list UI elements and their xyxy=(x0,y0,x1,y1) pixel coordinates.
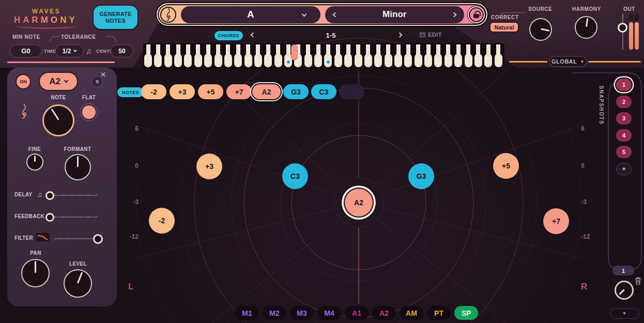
piano-key[interactable] xyxy=(385,44,392,68)
pan-knob[interactable] xyxy=(21,259,50,287)
snapshot-add-button[interactable]: + xyxy=(616,163,632,175)
snapshot-button-5[interactable]: 5 xyxy=(616,146,632,158)
piano-key[interactable] xyxy=(174,44,182,68)
piano-key[interactable] xyxy=(214,44,222,68)
harmony-node-A2[interactable]: A2 xyxy=(345,189,373,217)
delay-slider-track[interactable] xyxy=(48,195,97,196)
piano-key[interactable] xyxy=(444,44,452,68)
notes-badge[interactable]: NOTES xyxy=(117,87,144,97)
feedback-slider-track[interactable] xyxy=(48,217,97,218)
filter-slider-track[interactable] xyxy=(54,238,99,239)
level-knob[interactable] xyxy=(64,269,92,298)
piano-key[interactable] xyxy=(314,44,322,68)
flat-button[interactable] xyxy=(82,105,96,119)
piano-key[interactable] xyxy=(495,44,502,68)
piano-key[interactable] xyxy=(484,44,492,68)
key-dropdown[interactable]: A xyxy=(181,6,320,23)
piano-key[interactable] xyxy=(304,44,312,68)
scale-next-icon[interactable] xyxy=(452,12,457,17)
snapshot-button-2[interactable]: 2 xyxy=(616,96,632,108)
note-chip-A2[interactable]: A2 xyxy=(252,84,281,99)
harmony-node-+3[interactable]: +3 xyxy=(196,153,222,179)
note-chip-+7[interactable]: +7 xyxy=(226,84,252,99)
scale-prev-icon[interactable] xyxy=(332,12,338,17)
note-value-icon[interactable]: ♫ xyxy=(37,191,42,198)
highlighted-key[interactable] xyxy=(291,44,298,60)
piano-key[interactable] xyxy=(394,44,402,68)
voice-note-dropdown[interactable]: A2 xyxy=(39,72,78,91)
mode-button-SP[interactable]: SP xyxy=(454,306,478,320)
trash-icon[interactable] xyxy=(635,277,641,287)
correct-mode-button[interactable]: Natural xyxy=(489,22,519,33)
mode-button-A2[interactable]: A2 xyxy=(372,306,396,320)
piano-key[interactable] xyxy=(264,44,272,68)
source-knob[interactable] xyxy=(529,18,552,41)
note-knob[interactable] xyxy=(42,104,74,136)
piano-key[interactable] xyxy=(434,44,442,68)
piano-key[interactable] xyxy=(374,44,382,68)
harmony-node--2[interactable]: -2 xyxy=(149,208,175,234)
piano-key[interactable] xyxy=(355,44,362,68)
voice-close-icon[interactable]: ✕ xyxy=(100,71,106,79)
piano-key[interactable] xyxy=(404,44,412,68)
min-note-value[interactable]: G0 xyxy=(10,44,42,57)
snapshot-button-1[interactable]: 1 xyxy=(616,79,632,91)
harmony-node-+7[interactable]: +7 xyxy=(543,208,569,234)
delay-slider-handle[interactable] xyxy=(45,191,54,200)
mode-button-A1[interactable]: A1 xyxy=(345,306,369,320)
piano-key[interactable] xyxy=(364,44,372,68)
note-chip-+5[interactable]: +5 xyxy=(198,84,223,99)
piano-key[interactable] xyxy=(454,44,462,68)
piano-key[interactable] xyxy=(254,44,262,68)
piano-key[interactable] xyxy=(204,44,212,68)
mode-button-M1[interactable]: M1 xyxy=(235,306,259,320)
collapse-panel-button[interactable]: ▼ xyxy=(610,308,639,319)
piano-key[interactable] xyxy=(474,44,482,68)
filter-curve-icon[interactable] xyxy=(36,233,50,241)
piano-key[interactable] xyxy=(194,44,202,68)
piano-key[interactable] xyxy=(244,44,252,68)
harmony-node-+5[interactable]: +5 xyxy=(493,153,519,179)
note-chip-G3[interactable]: G3 xyxy=(283,84,309,99)
fine-knob[interactable] xyxy=(26,153,43,171)
out-slider-handle[interactable] xyxy=(618,23,627,33)
piano-key[interactable] xyxy=(465,44,472,68)
piano-key[interactable] xyxy=(164,44,172,68)
note-chip-empty[interactable] xyxy=(339,84,364,99)
harmony-node-G3[interactable]: G3 xyxy=(408,163,434,189)
snapshot-button-4[interactable]: 4 xyxy=(616,129,632,142)
piano-key[interactable] xyxy=(344,44,352,68)
harmony-knob[interactable] xyxy=(575,16,597,39)
note-chip--2[interactable]: -2 xyxy=(141,84,166,99)
piano-key[interactable] xyxy=(224,44,232,68)
voice-on-button[interactable]: ON xyxy=(16,74,31,89)
piano-key[interactable] xyxy=(144,44,152,68)
global-dropdown[interactable]: GLOBAL ▼ xyxy=(549,56,587,67)
piano-key[interactable] xyxy=(154,44,162,68)
snapshot-morph-knob[interactable] xyxy=(615,281,634,300)
filter-slider-handle[interactable] xyxy=(93,234,103,244)
mode-button-M4[interactable]: M4 xyxy=(317,306,341,320)
piano-key[interactable] xyxy=(324,44,332,68)
piano-key[interactable] xyxy=(334,44,342,68)
note-chip-+3[interactable]: +3 xyxy=(170,84,195,99)
piano-key[interactable] xyxy=(234,44,242,68)
chords-badge[interactable]: CHORDS xyxy=(214,31,243,40)
piano-key[interactable] xyxy=(274,44,282,68)
mode-button-AM[interactable]: AM xyxy=(400,306,423,320)
generate-notes-button[interactable]: GENERATE NOTES xyxy=(94,6,137,29)
piano-key[interactable] xyxy=(424,44,432,68)
piano-key[interactable] xyxy=(184,44,192,68)
time-dropdown[interactable]: 1/2 xyxy=(55,44,84,57)
mode-button-PT[interactable]: PT xyxy=(427,306,451,320)
cents-value[interactable]: 50 xyxy=(111,44,133,57)
formant-knob[interactable] xyxy=(65,154,91,180)
piano-key[interactable] xyxy=(415,44,422,68)
harmony-node-C3[interactable]: C3 xyxy=(282,163,308,189)
lock-button[interactable] xyxy=(469,7,484,22)
chords-edit-button[interactable]: EDIT xyxy=(420,32,442,38)
snapshot-button-3[interactable]: 3 xyxy=(616,112,632,125)
mode-button-M2[interactable]: M2 xyxy=(263,306,286,320)
mode-button-M3[interactable]: M3 xyxy=(290,306,314,320)
note-chip-C3[interactable]: C3 xyxy=(311,84,336,99)
